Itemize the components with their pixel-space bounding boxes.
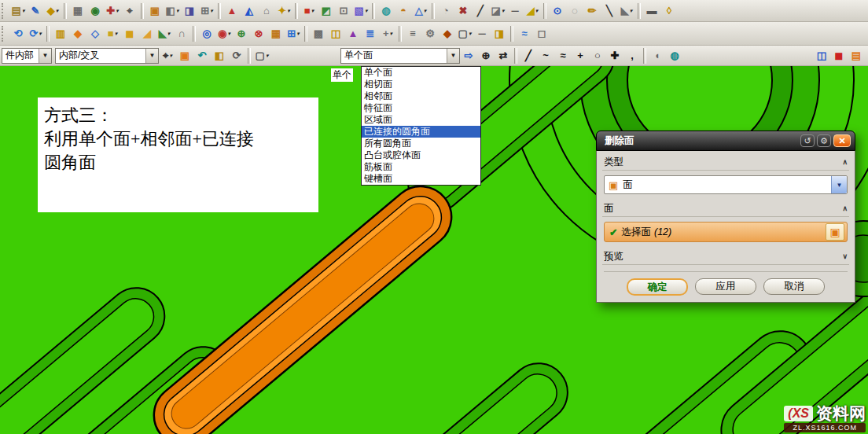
dropdown-option[interactable]: 单个面	[362, 67, 480, 79]
dropdown-option[interactable]: 所有圆角面	[362, 138, 480, 149]
toolbar-icon[interactable]: ◓	[395, 3, 411, 19]
toolbar-icon[interactable]: ◭	[241, 3, 257, 19]
toolbar-icon[interactable]: ◢	[139, 26, 155, 42]
snap-tool-icon[interactable]: ▣	[177, 48, 193, 64]
toolbar-icon[interactable]: ◉	[87, 3, 103, 19]
toolbar-icon[interactable]: ✏	[584, 3, 600, 19]
interior-scope-combo[interactable]: 内部/交叉 ▼	[55, 48, 159, 64]
toolbar-icon[interactable]: ⊗	[251, 26, 267, 42]
dropdown-arrow-icon[interactable]: ▾	[502, 8, 505, 14]
toolbar-icon[interactable]: ⊡	[336, 3, 351, 19]
toolbar-icon[interactable]: ╲	[601, 3, 617, 19]
selection-tool-icon[interactable]: ⊕	[478, 48, 494, 64]
section-preview-header[interactable]: 预览 ∨	[602, 248, 849, 265]
toolbar-icon[interactable]: ▣	[147, 3, 163, 19]
section-face-header[interactable]: 面 ∧	[602, 200, 849, 217]
dropdown-arrow-icon[interactable]: ▾	[176, 8, 179, 14]
combo-arrow-icon[interactable]: ▼	[39, 49, 51, 63]
selection-filter-combo[interactable]: 单个面 ▼	[340, 48, 460, 64]
toolbar-icon[interactable]: ▦	[70, 3, 86, 19]
combo-arrow-icon[interactable]: ▼	[145, 49, 158, 63]
face-selection-row[interactable]: ✔ 选择面 (12) ▣	[604, 222, 848, 242]
toolbar-icon[interactable]: +▾	[380, 26, 395, 42]
snap-tool-icon[interactable]: ▢▾	[254, 48, 270, 64]
toolbar-icon[interactable]: ◫	[328, 26, 344, 42]
toolbar-icon[interactable]: ≈	[517, 26, 532, 42]
toolbar-icon[interactable]: ≣	[362, 26, 378, 42]
toolbar-icon[interactable]: ▬	[644, 3, 660, 19]
toolbar-icon[interactable]: ◣▾	[156, 26, 172, 42]
dropdown-arrow-icon[interactable]: ▾	[167, 31, 171, 37]
toolbar-icon[interactable]: ▩	[311, 26, 326, 42]
toolbar-icon[interactable]: ✦▾	[276, 3, 292, 19]
dialog-settings-button[interactable]: ⚙	[817, 134, 831, 147]
toolbar-grip[interactable]	[2, 3, 6, 19]
dropdown-option[interactable]: 键槽面	[362, 173, 480, 185]
toolbar-icon[interactable]: ▥	[53, 26, 68, 42]
toolbar-icon[interactable]: ◣▾	[619, 3, 634, 19]
toolbar-icon[interactable]: ▦	[268, 26, 284, 42]
dropdown-option-selected[interactable]: 已连接的圆角面	[362, 126, 480, 138]
window-tool-icon[interactable]: ◼	[831, 48, 847, 64]
dropdown-arrow-icon[interactable]: ▾	[535, 8, 539, 14]
toolbar-icon[interactable]: ─	[507, 3, 523, 19]
toolbar-icon[interactable]: ◻	[534, 26, 550, 42]
dropdown-option[interactable]: 筋板面	[362, 161, 480, 173]
dropdown-option[interactable]: 相切面	[362, 79, 480, 90]
snap-tool-icon[interactable]: ◧	[211, 48, 227, 64]
dropdown-arrow-icon[interactable]: ▾	[469, 31, 472, 37]
toolbar-icon[interactable]: ⚙	[422, 26, 438, 42]
window-tool-icon[interactable]: ▤	[848, 48, 864, 64]
dropdown-arrow-icon[interactable]: ▾	[115, 31, 118, 37]
selection-tool-icon[interactable]: ⇄	[495, 48, 511, 64]
selection-tool-icon[interactable]: ✚	[607, 48, 623, 64]
dropdown-arrow-icon[interactable]: ▾	[424, 8, 427, 14]
dropdown-arrow-icon[interactable]: ▾	[39, 31, 42, 37]
cancel-button[interactable]: 取消	[763, 278, 825, 295]
toolbar-icon[interactable]: ⊕	[234, 26, 249, 42]
selection-tool-icon[interactable]: ╱	[520, 48, 536, 64]
toolbar-icon[interactable]: ▧▾	[353, 3, 369, 19]
toolbar-icon[interactable]: ◼	[122, 26, 138, 42]
collapse-up-icon[interactable]: ∧	[842, 158, 848, 166]
selection-tool-icon[interactable]: ○	[590, 48, 605, 64]
toolbar-icon[interactable]: ◍	[378, 3, 394, 19]
dropdown-arrow-icon[interactable]: ▾	[630, 8, 633, 14]
toolbar-icon[interactable]: ╱	[473, 3, 488, 19]
toolbar-grip[interactable]	[2, 26, 6, 42]
toolbar-icon[interactable]: ◇	[87, 26, 103, 42]
window-tool-icon[interactable]: ◫	[814, 48, 829, 64]
selection-tool-icon[interactable]: ≈	[555, 48, 571, 64]
toolbar-icon[interactable]: ─	[474, 26, 490, 42]
dropdown-arrow-icon[interactable]: ▾	[296, 31, 300, 37]
dropdown-option[interactable]: 特征面	[362, 102, 480, 114]
toolbar-icon[interactable]: ◪▾	[490, 3, 506, 19]
toolbar-icon[interactable]: ◩	[318, 3, 334, 19]
dropdown-arrow-icon[interactable]: ▾	[56, 8, 59, 14]
selection-tool-icon[interactable]: ~	[538, 48, 554, 64]
dialog-close-button[interactable]: ✕	[833, 134, 851, 147]
toolbar-icon[interactable]: ◊	[661, 3, 677, 19]
collapse-down-icon[interactable]: ∨	[842, 252, 848, 260]
part-scope-combo[interactable]: 件内部 ▼	[2, 48, 52, 64]
type-combo-arrow-icon[interactable]: ▼	[831, 176, 847, 193]
toolbar-icon[interactable]: ◧▾	[164, 3, 180, 19]
toolbar-icon[interactable]: ◆	[70, 26, 86, 42]
toolbar-icon[interactable]: ▲	[345, 26, 361, 42]
selection-tool-icon[interactable]: ⇨	[461, 48, 476, 64]
toolbar-icon[interactable]: ◨	[491, 26, 507, 42]
combo-arrow-icon[interactable]: ▼	[447, 49, 459, 63]
toolbar-icon[interactable]: ■▾	[105, 26, 120, 42]
toolbar-icon[interactable]: ◆▾	[45, 3, 61, 19]
toolbar-icon[interactable]: ≡	[405, 26, 421, 42]
dropdown-option[interactable]: 凸台或腔体面	[362, 149, 480, 161]
toolbar-icon[interactable]: ▢▾	[457, 26, 473, 42]
snap-tool-icon[interactable]: ⟳	[229, 48, 245, 64]
section-type-header[interactable]: 类型 ∧	[602, 154, 849, 171]
toolbar-icon[interactable]: ✚▾	[105, 3, 120, 19]
dialog-titlebar[interactable]: 删除面 ↺ ⚙ ✕	[596, 131, 855, 151]
dropdown-arrow-icon[interactable]: ▾	[287, 8, 290, 14]
dialog-reset-button[interactable]: ↺	[800, 134, 815, 147]
dropdown-option[interactable]: 相邻面	[362, 90, 480, 102]
ok-button[interactable]: 确定	[627, 278, 688, 296]
